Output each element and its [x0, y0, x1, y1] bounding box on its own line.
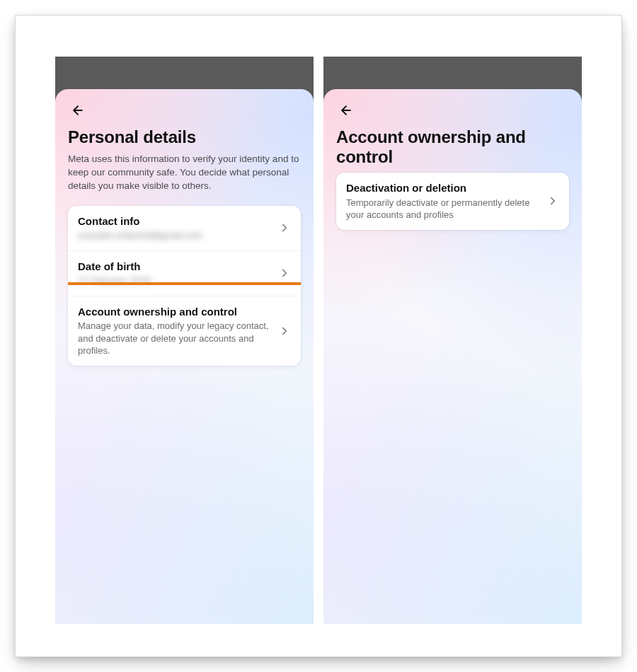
- row-subtitle-redacted: example.redacted@gmail.com: [78, 229, 271, 242]
- row-account-ownership[interactable]: Account ownership and control Manage you…: [68, 296, 301, 366]
- row-title: Deactivation or deletion: [346, 181, 539, 195]
- row-subtitle: Manage your data, modify your legacy con…: [78, 320, 271, 357]
- chevron-right-icon: [278, 267, 291, 279]
- page-description: Meta uses this information to verify you…: [68, 153, 301, 193]
- chevron-right-icon: [278, 221, 291, 234]
- row-body: Contact info example.redacted@gmail.com: [78, 214, 271, 242]
- row-body: Date of birth 27 February 2016: [78, 260, 271, 287]
- screenshot-frame: Personal details Meta uses this informat…: [16, 16, 621, 656]
- phone-account-ownership: Account ownership and control Deactivati…: [323, 57, 582, 624]
- row-date-of-birth[interactable]: Date of birth 27 February 2016: [68, 250, 301, 296]
- row-title: Contact info: [78, 214, 271, 228]
- settings-card: Deactivation or deletion Temporarily dea…: [336, 173, 569, 230]
- chevron-right-icon: [546, 195, 559, 207]
- back-button[interactable]: [336, 102, 356, 122]
- sheet-personal-details: Personal details Meta uses this informat…: [55, 89, 314, 624]
- back-button[interactable]: [68, 102, 88, 122]
- row-deactivation-deletion[interactable]: Deactivation or deletion Temporarily dea…: [336, 173, 569, 230]
- row-body: Deactivation or deletion Temporarily dea…: [346, 181, 539, 221]
- row-subtitle: Temporarily deactivate or permanently de…: [346, 197, 539, 221]
- back-arrow-icon: [71, 103, 85, 120]
- page-title: Account ownership and control: [336, 127, 569, 167]
- back-arrow-icon: [339, 103, 353, 120]
- row-body: Account ownership and control Manage you…: [78, 305, 271, 357]
- chevron-right-icon: [278, 325, 291, 337]
- sheet-account-ownership: Account ownership and control Deactivati…: [323, 89, 582, 624]
- row-title: Account ownership and control: [78, 305, 271, 319]
- page-title: Personal details: [68, 127, 301, 147]
- phone-personal-details: Personal details Meta uses this informat…: [55, 57, 314, 624]
- status-bar: [55, 57, 314, 89]
- phones-container: Personal details Meta uses this informat…: [55, 57, 582, 624]
- row-contact-info[interactable]: Contact info example.redacted@gmail.com: [68, 206, 301, 250]
- row-subtitle-redacted: 27 February 2016: [78, 274, 271, 287]
- status-bar: [323, 57, 582, 89]
- settings-card: Contact info example.redacted@gmail.com …: [68, 206, 301, 366]
- row-title: Date of birth: [78, 260, 271, 274]
